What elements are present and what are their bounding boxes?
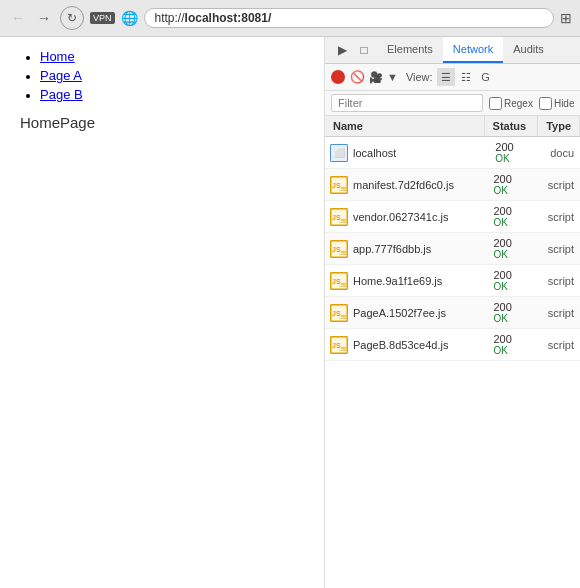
- status-code: 200: [493, 173, 535, 185]
- filter-input[interactable]: [331, 94, 483, 112]
- js-icon: JS: [330, 176, 348, 194]
- table-row[interactable]: JS PageB.8d53ce4d.js 200 OK script: [325, 329, 580, 361]
- table-row[interactable]: JS app.777f6dbb.js 200 OK script: [325, 233, 580, 265]
- list-item: Home: [40, 49, 304, 64]
- filter-button[interactable]: ▼: [387, 71, 398, 83]
- filename-text: localhost: [353, 147, 396, 159]
- address-bar[interactable]: http://localhost:8081/: [144, 8, 554, 28]
- filename-text: PageB.8d53ce4d.js: [353, 339, 448, 351]
- grid-view-icon[interactable]: ☷: [457, 68, 475, 86]
- reload-button[interactable]: ↻: [60, 6, 84, 30]
- doc-icon: ⬜: [330, 144, 348, 162]
- svg-text:JS: JS: [332, 310, 341, 317]
- table-row[interactable]: JS vendor.0627341c.js 200 OK script: [325, 201, 580, 233]
- network-toolbar: 🚫 🎥 ▼ View: ☰ ☷ G: [325, 64, 580, 91]
- cell-type: script: [542, 175, 580, 195]
- filename-text: manifest.7d2fd6c0.js: [353, 179, 454, 191]
- filename-text: app.777f6dbb.js: [353, 243, 431, 255]
- browser-toolbar: ← → ↻ VPN 🌐 http://localhost:8081/ ⊞: [0, 0, 580, 36]
- tab-network[interactable]: Network: [443, 37, 503, 63]
- svg-text:JS: JS: [332, 214, 341, 221]
- svg-text:JS: JS: [332, 342, 341, 349]
- regex-checkbox[interactable]: [489, 97, 502, 110]
- view-label: View:: [406, 71, 433, 83]
- pageb-link[interactable]: Page B: [40, 87, 83, 102]
- file-icon-wrap: JS: [329, 271, 349, 291]
- cell-type: script: [542, 271, 580, 291]
- column-header-status: Status: [485, 116, 539, 136]
- file-icon-wrap: JS: [329, 303, 349, 323]
- status-ok: OK: [493, 249, 535, 260]
- regex-label-text: Regex: [504, 98, 533, 109]
- vpn-badge: VPN: [90, 12, 115, 24]
- status-code: 200: [493, 269, 535, 281]
- devtools-tabs: ▶ □ Elements Network Audits: [325, 37, 580, 64]
- cell-name: JS PageB.8d53ce4d.js: [325, 331, 487, 359]
- hide-checkbox-label[interactable]: Hide: [539, 97, 575, 110]
- status-ok: OK: [493, 345, 535, 356]
- svg-text:JS: JS: [332, 278, 341, 285]
- browser-chrome: ← → ↻ VPN 🌐 http://localhost:8081/ ⊞: [0, 0, 580, 37]
- regex-checkbox-label[interactable]: Regex: [489, 97, 533, 110]
- js-icon: JS: [330, 240, 348, 258]
- devtools-icons: ▶ □: [329, 37, 377, 63]
- cell-name: JS vendor.0627341c.js: [325, 203, 487, 231]
- large-view-icon[interactable]: G: [477, 68, 495, 86]
- cell-status: 200 OK: [487, 169, 541, 200]
- cell-name: JS manifest.7d2fd6c0.js: [325, 171, 487, 199]
- back-button[interactable]: ←: [8, 8, 28, 28]
- filename-text: vendor.0627341c.js: [353, 211, 448, 223]
- js-icon: JS: [330, 336, 348, 354]
- home-link[interactable]: Home: [40, 49, 75, 64]
- table-row[interactable]: JS PageA.1502f7ee.js 200 OK script: [325, 297, 580, 329]
- hide-checkbox[interactable]: [539, 97, 552, 110]
- status-ok: OK: [495, 153, 538, 164]
- forward-button[interactable]: →: [34, 8, 54, 28]
- main-area: HomePage APage B HomePage ▶ □ Elements N…: [0, 37, 580, 588]
- cell-status: 200 OK: [489, 137, 544, 168]
- table-row[interactable]: JS Home.9a1f1e69.js 200 OK script: [325, 265, 580, 297]
- cell-name: JS app.777f6dbb.js: [325, 235, 487, 263]
- page-content: HomePage APage B HomePage: [0, 37, 325, 588]
- svg-text:JS: JS: [332, 182, 341, 189]
- svg-text:JS: JS: [332, 246, 341, 253]
- page-title: HomePage: [20, 114, 304, 131]
- tab-elements[interactable]: Elements: [377, 37, 443, 63]
- screenshot-button[interactable]: 🎥: [369, 71, 383, 84]
- cell-name: ⬜ localhost: [325, 139, 489, 167]
- clear-button[interactable]: 🚫: [349, 69, 365, 85]
- cell-status: 200 OK: [487, 297, 541, 328]
- cell-type: docu: [544, 143, 580, 163]
- filename-text: Home.9a1f1e69.js: [353, 275, 442, 287]
- url-plain: http://: [155, 11, 185, 25]
- url-bold: localhost:8081/: [185, 11, 272, 25]
- cell-status: 200 OK: [487, 265, 541, 296]
- status-code: 200: [493, 237, 535, 249]
- hide-label-text: Hide: [554, 98, 575, 109]
- file-icon-wrap: JS: [329, 175, 349, 195]
- cell-status: 200 OK: [487, 233, 541, 264]
- cell-type: script: [542, 239, 580, 259]
- network-table: Name Status Type ⬜ localhost 200 OK docu…: [325, 116, 580, 588]
- status-code: 200: [495, 141, 538, 153]
- element-picker-icon[interactable]: □: [355, 41, 373, 59]
- status-ok: OK: [493, 313, 535, 324]
- tab-audits[interactable]: Audits: [503, 37, 554, 63]
- table-header: Name Status Type: [325, 116, 580, 137]
- record-button[interactable]: [331, 70, 345, 84]
- devtools-panel: ▶ □ Elements Network Audits 🚫 🎥 ▼ View: …: [325, 37, 580, 588]
- filename-text: PageA.1502f7ee.js: [353, 307, 446, 319]
- cell-type: script: [542, 207, 580, 227]
- column-header-name: Name: [325, 116, 485, 136]
- view-icons: ☰ ☷ G: [437, 68, 495, 86]
- column-header-type: Type: [538, 116, 580, 136]
- globe-icon: 🌐: [121, 10, 138, 26]
- pagea-link[interactable]: Page A: [40, 68, 82, 83]
- file-icon-wrap: JS: [329, 239, 349, 259]
- table-row[interactable]: JS manifest.7d2fd6c0.js 200 OK script: [325, 169, 580, 201]
- table-row[interactable]: ⬜ localhost 200 OK docu: [325, 137, 580, 169]
- list-view-icon[interactable]: ☰: [437, 68, 455, 86]
- status-ok: OK: [493, 185, 535, 196]
- nav-list: HomePage APage B: [40, 49, 304, 102]
- cursor-icon[interactable]: ▶: [333, 41, 351, 59]
